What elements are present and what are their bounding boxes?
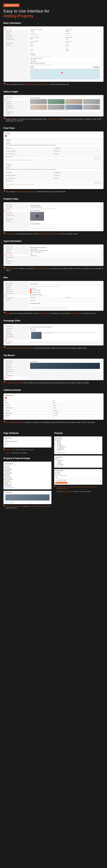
radio[interactable]: ○ [30, 252, 31, 253]
checkbox-row[interactable]: Dual Sinks [4, 470, 50, 471]
message-input[interactable] [30, 304, 100, 307]
checkbox-row[interactable]: 26' Ceilings [4, 467, 50, 469]
add-more-link[interactable]: + Add more [5, 417, 102, 418]
floor-name-input[interactable]: Second Floor [6, 164, 101, 167]
remove-featured-link[interactable]: Remove featured image [4, 502, 50, 503]
sidebar-item[interactable]: Misc [5, 216, 28, 218]
close-icon[interactable]: ✕ [100, 410, 102, 411]
input[interactable] [6, 149, 53, 150]
input[interactable] [54, 155, 101, 156]
sidebar-item[interactable]: Floor Plans [5, 330, 28, 332]
sidebar-item[interactable]: Energy Performance [5, 370, 28, 373]
add-more-link[interactable]: + Add more [5, 187, 102, 188]
close-icon[interactable]: ✕ [100, 402, 102, 403]
input[interactable] [54, 176, 101, 177]
input[interactable] [54, 152, 101, 153]
sidebar-item[interactable]: Top Banner [5, 299, 28, 301]
map-tab[interactable]: Map [30, 66, 34, 68]
sidebar-item[interactable]: Homepage Slider [5, 297, 28, 299]
featured-thumb[interactable] [5, 494, 50, 500]
sidebar-item[interactable]: Gallery Images [5, 284, 28, 286]
checkbox-row[interactable]: Shop [55, 442, 101, 443]
sidebar-item[interactable]: Property Video [5, 252, 28, 254]
sidebar-item[interactable]: Floor Plans [5, 250, 28, 252]
checkbox-row[interactable]: Residential [55, 443, 101, 444]
detail-title-input[interactable]: Last Remodel Year [5, 407, 52, 409]
detail-value-input[interactable]: Clubhouse [53, 409, 100, 411]
input[interactable] [54, 179, 101, 180]
checkbox-row[interactable]: Hialeah [55, 462, 101, 464]
radio[interactable]: ○ [30, 248, 31, 249]
sidebar-item[interactable]: Basic Information [5, 360, 28, 362]
sidebar-item[interactable]: Homepage Slider [5, 340, 28, 342]
sidebar-item[interactable]: Agent Information [5, 334, 28, 336]
checkbox-row[interactable]: Coral Lakes [55, 460, 101, 461]
sidebar-item[interactable]: Top Banner [5, 113, 28, 115]
input[interactable] [6, 179, 53, 180]
input[interactable] [30, 301, 100, 302]
select-image-button[interactable]: Select Image [94, 182, 101, 184]
sidebar-item[interactable]: Homepage Slider [5, 218, 28, 220]
input[interactable] [6, 155, 53, 156]
checkbox-row[interactable]: Home Theater [4, 477, 50, 478]
add-detail-button[interactable]: + [5, 397, 7, 399]
detail-title-input[interactable]: Deposit [5, 402, 52, 404]
input[interactable] [54, 173, 101, 174]
checkbox-row[interactable]: 2 Stories [4, 466, 50, 467]
select-image-button[interactable]: Select Image [94, 157, 101, 159]
checkbox-row[interactable]: Apartment Building [55, 446, 101, 447]
radio[interactable]: ◉ [30, 328, 31, 329]
input[interactable] [54, 149, 101, 150]
sidebar-item[interactable]: Agent Information [5, 105, 28, 107]
sidebar-item[interactable]: Gallery Images [5, 206, 28, 208]
sidebar-item[interactable]: Property Video [5, 366, 28, 368]
input[interactable] [6, 152, 53, 153]
sidebar-item-slider[interactable]: Homepage Slider [5, 42, 28, 44]
parent-select[interactable]: Building Having 15 Apartments▾ [4, 440, 50, 442]
sidebar-item-basic[interactable]: Basic Information [5, 28, 28, 30]
video-url-input[interactable]: https://vimeo.com/70301553 [30, 206, 100, 208]
embed-input[interactable] [30, 224, 100, 227]
sidebar-item-agent[interactable]: Agent Information [5, 36, 28, 38]
sidebar-item-misc[interactable]: Misc [5, 40, 28, 42]
gallery-thumb[interactable] [30, 105, 47, 110]
sidebar-item[interactable]: Misc [5, 109, 28, 111]
prefix-input[interactable]: Example: From [65, 34, 100, 36]
add-feature-link[interactable]: + Add New Property Feature [4, 487, 50, 488]
checkbox-row[interactable]: Apartment [55, 445, 101, 446]
sidebar-item[interactable]: Misc [5, 258, 28, 260]
sidebar-item[interactable]: Top Banner [5, 262, 28, 265]
status-new-input[interactable]: New [55, 476, 101, 478]
sidebar-item-video[interactable]: Property Video [5, 34, 28, 36]
sidebar-item[interactable]: Property Video [5, 210, 28, 212]
input[interactable] [30, 298, 64, 299]
checkbox-row[interactable]: Fire Alarm [4, 474, 50, 475]
sidebar-item[interactable]: Gallery Images [5, 328, 28, 330]
add-city-link[interactable]: + Add New Property City [55, 466, 101, 467]
sidebar-item[interactable]: Agent Information [5, 254, 28, 256]
sidebar-item[interactable]: Homepage Slider [5, 375, 28, 377]
checkbox-row[interactable]: Electric Range [4, 472, 50, 473]
sidebar-item[interactable]: Property Video [5, 102, 28, 105]
checkbox-row[interactable]: Doral [55, 461, 101, 462]
sidebar-item[interactable]: Floor Plans [5, 286, 28, 288]
sidebar-item[interactable]: Top Banner [5, 377, 28, 379]
sidebar-item[interactable]: Homepage Slider [5, 111, 28, 113]
detail-title-input[interactable]: Equipment [5, 414, 52, 416]
sidebar-item[interactable]: Floor Plans [5, 364, 28, 366]
agent-select[interactable]: Melissa William▾ [30, 255, 100, 257]
checkbox-row[interactable]: Laundry Room [4, 482, 50, 483]
sidebar-item-energy[interactable]: Energy Performance [5, 38, 28, 40]
detail-value-input[interactable]: Guest Bath [53, 412, 100, 414]
year-input[interactable]: 2018 [65, 50, 100, 52]
mark-yes[interactable]: ○ Yes [30, 59, 32, 60]
sidebar-item[interactable]: Misc [5, 295, 28, 297]
id-input[interactable]: RH-2015-06 [30, 54, 100, 56]
status-parent-select[interactable]: — Parent Property Status —▾ [55, 479, 101, 481]
add-type-link[interactable]: + Add New Property Type [55, 452, 101, 453]
sidebar-item[interactable]: Energy Performance [5, 256, 28, 258]
sidebar-item[interactable]: Basic Information [5, 96, 28, 98]
sidebar-item[interactable]: Property Video [5, 332, 28, 334]
checkbox-row[interactable]: Miami [55, 458, 101, 459]
close-icon[interactable]: ✕ [100, 163, 102, 164]
